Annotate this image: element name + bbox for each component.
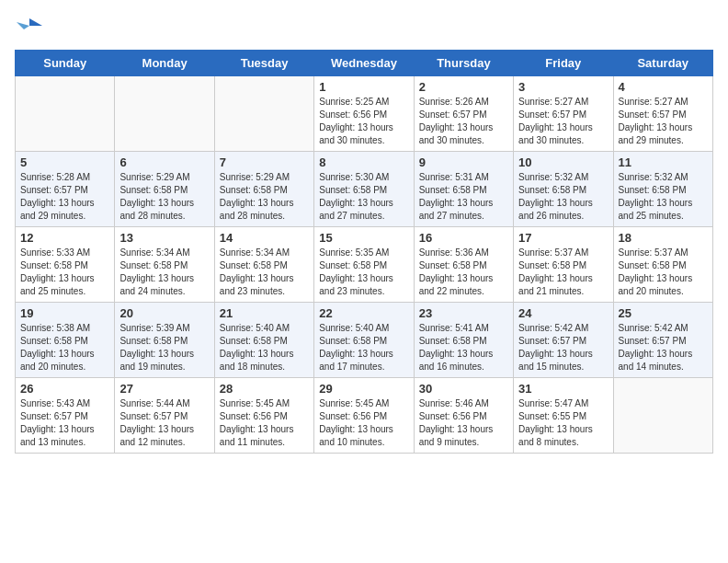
day-info: Sunrise: 5:34 AM Sunset: 6:58 PM Dayligh… (220, 247, 309, 298)
day-info: Sunrise: 5:44 AM Sunset: 6:57 PM Dayligh… (119, 397, 209, 449)
day-number: 18 (619, 231, 708, 245)
day-number: 31 (518, 382, 608, 396)
day-info: Sunrise: 5:32 AM Sunset: 6:58 PM Dayligh… (619, 171, 708, 223)
calendar-cell: 11Sunrise: 5:32 AM Sunset: 6:58 PM Dayli… (613, 152, 712, 227)
calendar-cell: 28Sunrise: 5:45 AM Sunset: 6:56 PM Dayli… (214, 378, 313, 454)
calendar-cell: 17Sunrise: 5:37 AM Sunset: 6:58 PM Dayli… (514, 227, 613, 303)
calendar-cell: 5Sunrise: 5:28 AM Sunset: 6:57 PM Daylig… (16, 152, 115, 227)
day-info: Sunrise: 5:30 AM Sunset: 6:58 PM Dayligh… (319, 171, 408, 223)
calendar-cell: 12Sunrise: 5:33 AM Sunset: 6:58 PM Dayli… (16, 227, 115, 303)
day-headers-row: SundayMondayTuesdayWednesdayThursdayFrid… (16, 51, 713, 76)
calendar-cell: 25Sunrise: 5:42 AM Sunset: 6:57 PM Dayli… (613, 303, 712, 378)
day-info: Sunrise: 5:47 AM Sunset: 6:55 PM Dayligh… (518, 397, 608, 449)
day-info: Sunrise: 5:45 AM Sunset: 6:56 PM Dayligh… (220, 397, 309, 449)
day-number: 7 (220, 155, 309, 169)
day-info: Sunrise: 5:31 AM Sunset: 6:58 PM Dayligh… (419, 171, 508, 223)
day-number: 3 (518, 80, 608, 94)
week-row-3: 12Sunrise: 5:33 AM Sunset: 6:58 PM Dayli… (16, 227, 713, 303)
calendar-cell: 13Sunrise: 5:34 AM Sunset: 6:58 PM Dayli… (115, 227, 214, 303)
day-number: 24 (518, 306, 608, 320)
calendar-cell: 20Sunrise: 5:39 AM Sunset: 6:58 PM Dayli… (115, 303, 214, 378)
day-number: 5 (20, 155, 109, 169)
day-number: 15 (319, 231, 408, 245)
calendar-cell: 18Sunrise: 5:37 AM Sunset: 6:58 PM Dayli… (613, 227, 712, 303)
calendar-cell (613, 378, 712, 454)
day-info: Sunrise: 5:28 AM Sunset: 6:57 PM Dayligh… (20, 171, 109, 223)
day-info: Sunrise: 5:33 AM Sunset: 6:58 PM Dayligh… (20, 247, 109, 298)
day-info: Sunrise: 5:43 AM Sunset: 6:57 PM Dayligh… (20, 397, 109, 449)
svg-marker-1 (17, 22, 29, 29)
calendar-cell (115, 76, 214, 152)
day-info: Sunrise: 5:40 AM Sunset: 6:58 PM Dayligh… (220, 322, 309, 373)
day-info: Sunrise: 5:39 AM Sunset: 6:58 PM Dayligh… (119, 322, 209, 373)
day-number: 21 (220, 306, 309, 320)
day-info: Sunrise: 5:36 AM Sunset: 6:58 PM Dayligh… (419, 247, 508, 298)
calendar-cell: 2Sunrise: 5:26 AM Sunset: 6:57 PM Daylig… (414, 76, 513, 152)
calendar-cell: 19Sunrise: 5:38 AM Sunset: 6:58 PM Dayli… (16, 303, 115, 378)
day-number: 14 (220, 231, 309, 245)
day-number: 8 (319, 155, 408, 169)
day-number: 29 (319, 382, 408, 396)
calendar-cell: 27Sunrise: 5:44 AM Sunset: 6:57 PM Dayli… (115, 378, 214, 454)
day-info: Sunrise: 5:26 AM Sunset: 6:57 PM Dayligh… (419, 96, 508, 147)
day-header-friday: Friday (514, 51, 613, 76)
calendar-cell: 26Sunrise: 5:43 AM Sunset: 6:57 PM Dayli… (16, 378, 115, 454)
day-info: Sunrise: 5:40 AM Sunset: 6:58 PM Dayligh… (319, 322, 408, 373)
logo (15, 15, 42, 39)
day-number: 28 (220, 382, 309, 396)
calendar-cell: 15Sunrise: 5:35 AM Sunset: 6:58 PM Dayli… (314, 227, 414, 303)
calendar-cell: 22Sunrise: 5:40 AM Sunset: 6:58 PM Dayli… (314, 303, 414, 378)
day-number: 20 (119, 306, 209, 320)
calendar-cell: 30Sunrise: 5:46 AM Sunset: 6:56 PM Dayli… (414, 378, 513, 454)
calendar-cell (214, 76, 313, 152)
day-info: Sunrise: 5:25 AM Sunset: 6:56 PM Dayligh… (319, 96, 408, 147)
calendar-cell: 4Sunrise: 5:27 AM Sunset: 6:57 PM Daylig… (613, 76, 712, 152)
day-info: Sunrise: 5:29 AM Sunset: 6:58 PM Dayligh… (119, 171, 209, 223)
week-row-4: 19Sunrise: 5:38 AM Sunset: 6:58 PM Dayli… (16, 303, 713, 378)
week-row-1: 1Sunrise: 5:25 AM Sunset: 6:56 PM Daylig… (16, 76, 713, 152)
day-number: 23 (419, 306, 508, 320)
day-number: 30 (419, 382, 508, 396)
day-number: 27 (119, 382, 209, 396)
calendar-cell: 21Sunrise: 5:40 AM Sunset: 6:58 PM Dayli… (214, 303, 313, 378)
day-number: 6 (119, 155, 209, 169)
day-info: Sunrise: 5:27 AM Sunset: 6:57 PM Dayligh… (518, 96, 608, 147)
calendar-cell: 16Sunrise: 5:36 AM Sunset: 6:58 PM Dayli… (414, 227, 513, 303)
day-info: Sunrise: 5:27 AM Sunset: 6:57 PM Dayligh… (619, 96, 708, 147)
day-header-sunday: Sunday (16, 51, 115, 76)
day-info: Sunrise: 5:45 AM Sunset: 6:56 PM Dayligh… (319, 397, 408, 449)
calendar-table: SundayMondayTuesdayWednesdayThursdayFrid… (15, 50, 713, 454)
calendar-cell: 6Sunrise: 5:29 AM Sunset: 6:58 PM Daylig… (115, 152, 214, 227)
day-number: 22 (319, 306, 408, 320)
week-row-2: 5Sunrise: 5:28 AM Sunset: 6:57 PM Daylig… (16, 152, 713, 227)
day-info: Sunrise: 5:38 AM Sunset: 6:58 PM Dayligh… (20, 322, 109, 373)
day-number: 13 (119, 231, 209, 245)
calendar-cell: 9Sunrise: 5:31 AM Sunset: 6:58 PM Daylig… (414, 152, 513, 227)
day-number: 10 (518, 155, 608, 169)
day-info: Sunrise: 5:42 AM Sunset: 6:57 PM Dayligh… (619, 322, 708, 373)
day-number: 25 (619, 306, 708, 320)
calendar-cell: 3Sunrise: 5:27 AM Sunset: 6:57 PM Daylig… (514, 76, 613, 152)
day-info: Sunrise: 5:46 AM Sunset: 6:56 PM Dayligh… (419, 397, 508, 449)
week-row-5: 26Sunrise: 5:43 AM Sunset: 6:57 PM Dayli… (16, 378, 713, 454)
calendar-cell: 1Sunrise: 5:25 AM Sunset: 6:56 PM Daylig… (314, 76, 414, 152)
day-header-saturday: Saturday (613, 51, 712, 76)
day-number: 16 (419, 231, 508, 245)
day-number: 17 (518, 231, 608, 245)
day-header-monday: Monday (115, 51, 214, 76)
svg-marker-0 (29, 18, 42, 26)
day-header-tuesday: Tuesday (214, 51, 313, 76)
calendar-cell: 23Sunrise: 5:41 AM Sunset: 6:58 PM Dayli… (414, 303, 513, 378)
day-info: Sunrise: 5:37 AM Sunset: 6:58 PM Dayligh… (619, 247, 708, 298)
day-info: Sunrise: 5:37 AM Sunset: 6:58 PM Dayligh… (518, 247, 608, 298)
calendar-cell (16, 76, 115, 152)
logo-bird-icon (17, 20, 42, 36)
day-number: 19 (20, 306, 109, 320)
day-info: Sunrise: 5:29 AM Sunset: 6:58 PM Dayligh… (220, 171, 309, 223)
day-number: 26 (20, 382, 109, 396)
calendar-cell: 31Sunrise: 5:47 AM Sunset: 6:55 PM Dayli… (514, 378, 613, 454)
day-info: Sunrise: 5:35 AM Sunset: 6:58 PM Dayligh… (319, 247, 408, 298)
day-info: Sunrise: 5:32 AM Sunset: 6:58 PM Dayligh… (518, 171, 608, 223)
day-header-thursday: Thursday (414, 51, 513, 76)
calendar-cell: 14Sunrise: 5:34 AM Sunset: 6:58 PM Dayli… (214, 227, 313, 303)
